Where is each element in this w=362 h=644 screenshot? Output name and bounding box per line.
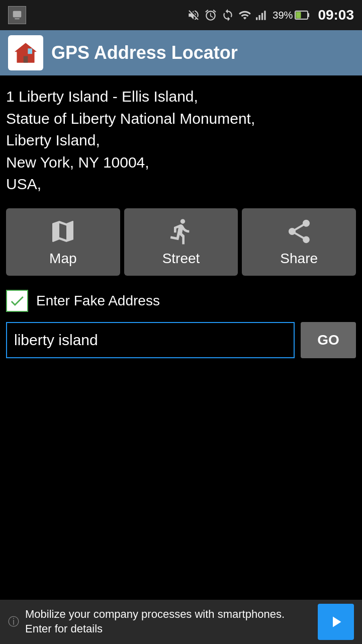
app-bar: GPS Address Locator bbox=[0, 30, 362, 75]
bottom-banner: ⓘ Mobilize your company processes with s… bbox=[0, 600, 362, 644]
buttons-row: Map Street Share bbox=[0, 200, 362, 284]
address-section: 1 Liberty Island - Ellis Island, Statue … bbox=[0, 75, 362, 200]
street-button[interactable]: Street bbox=[124, 208, 238, 276]
address-text: 1 Liberty Island - Ellis Island, Statue … bbox=[6, 86, 356, 195]
address-line5: USA, bbox=[6, 176, 41, 192]
notification-thumbnail bbox=[8, 6, 26, 24]
search-input[interactable] bbox=[6, 322, 295, 358]
svg-rect-1 bbox=[15, 18, 19, 19]
svg-rect-4 bbox=[261, 13, 263, 20]
map-button[interactable]: Map bbox=[6, 208, 120, 276]
fake-address-checkbox[interactable] bbox=[6, 290, 28, 312]
svg-rect-3 bbox=[259, 15, 260, 20]
address-line1: 1 Liberty Island - Ellis Island, bbox=[6, 88, 198, 105]
map-button-label: Map bbox=[49, 251, 76, 267]
share-button-label: Share bbox=[280, 251, 318, 267]
svg-marker-11 bbox=[15, 43, 36, 53]
search-row: GO bbox=[0, 318, 362, 366]
battery-indicator: 39% bbox=[273, 9, 310, 22]
address-line4: New York, NY 10004, bbox=[6, 154, 149, 171]
go-button[interactable]: GO bbox=[301, 322, 356, 358]
share-button[interactable]: Share bbox=[242, 208, 356, 276]
fake-address-row: Enter Fake Address bbox=[0, 284, 362, 318]
address-line3: Liberty Island, bbox=[6, 132, 100, 148]
svg-rect-0 bbox=[13, 11, 22, 18]
banner-arrow-button[interactable] bbox=[318, 604, 354, 640]
svg-rect-5 bbox=[264, 11, 266, 20]
app-title: GPS Address Locator bbox=[51, 42, 238, 63]
app-icon bbox=[8, 35, 43, 70]
status-bar: 39% 09:03 bbox=[0, 0, 362, 30]
main-content bbox=[0, 366, 362, 578]
svg-rect-13 bbox=[24, 56, 28, 63]
svg-rect-14 bbox=[28, 48, 32, 54]
battery-percent: 39% bbox=[273, 10, 293, 21]
svg-rect-2 bbox=[256, 17, 257, 20]
street-button-label: Street bbox=[162, 251, 200, 267]
info-icon: ⓘ bbox=[8, 614, 19, 629]
fake-address-label: Enter Fake Address bbox=[36, 293, 160, 309]
status-icons: 39% 09:03 bbox=[187, 7, 354, 23]
banner-text: Mobilize your company processes with sma… bbox=[25, 607, 312, 636]
svg-rect-8 bbox=[296, 12, 301, 19]
address-line2: Statue of Liberty National Monument, bbox=[6, 110, 255, 127]
status-time: 09:03 bbox=[318, 7, 354, 23]
svg-rect-7 bbox=[308, 13, 309, 17]
